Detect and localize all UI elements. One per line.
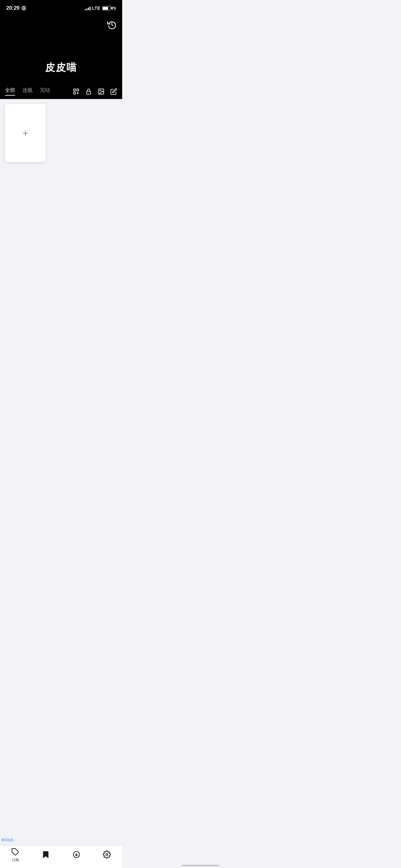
tab-serialized[interactable]: 连载: [23, 87, 33, 96]
history-icon[interactable]: [107, 20, 116, 29]
add-card-plus-icon[interactable]: +: [23, 128, 29, 138]
battery-percent: 75: [111, 6, 116, 11]
tab-all[interactable]: 全部: [5, 87, 15, 96]
svg-rect-6: [74, 92, 75, 94]
hero-header: 皮皮喵: [0, 15, 122, 84]
status-time: 20:29: [6, 5, 20, 11]
add-collection-icon[interactable]: [73, 88, 79, 95]
globe-icon: [21, 6, 26, 11]
signal-icon: [85, 6, 91, 10]
status-bar: 20:29 LTE 75: [0, 0, 122, 15]
add-card[interactable]: +: [5, 104, 46, 162]
battery-icon: 75: [102, 6, 116, 11]
status-icons: LTE 75: [85, 6, 116, 11]
content-area: +: [0, 99, 122, 506]
svg-rect-9: [87, 91, 91, 94]
svg-rect-4: [74, 89, 75, 91]
tab-icons: [73, 88, 117, 95]
tab-completed[interactable]: 完结: [40, 87, 50, 96]
edit-icon[interactable]: [110, 88, 117, 95]
tab-bar: 全部 连载 完结: [0, 84, 122, 99]
status-time-area: 20:29: [6, 5, 26, 11]
page-title: 皮皮喵: [45, 61, 77, 74]
svg-rect-5: [77, 89, 79, 91]
svg-point-11: [100, 90, 101, 91]
lte-label: LTE: [92, 6, 101, 11]
image-icon[interactable]: [98, 88, 105, 95]
lock-icon[interactable]: [85, 88, 92, 95]
tab-left: 全部 连载 完结: [5, 87, 50, 96]
